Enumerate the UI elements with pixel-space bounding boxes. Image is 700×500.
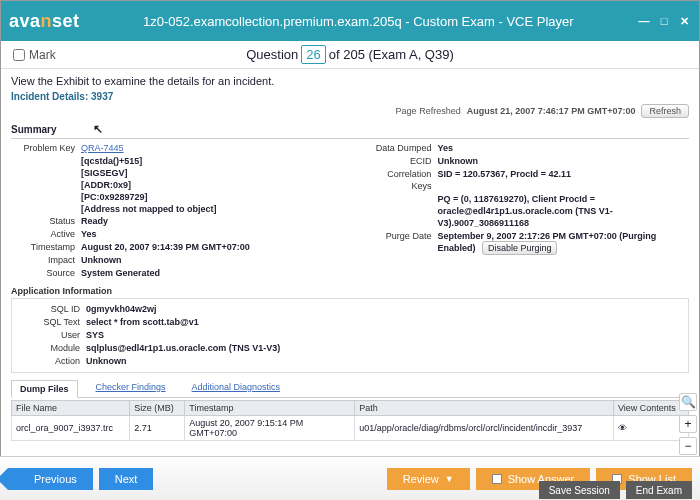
minimize-icon[interactable]: — [637, 14, 651, 28]
cursor-icon: ↖ [93, 122, 103, 136]
review-button[interactable]: Review▼ [387, 468, 470, 490]
col-timestamp[interactable]: Timestamp [185, 401, 355, 416]
cell-size: 2.71 [130, 416, 185, 441]
mark-label: Mark [29, 48, 56, 62]
sql-id-value: 0gmyvkh04w2wj [86, 303, 684, 315]
module-value: sqlplus@edl4r1p1.us.oracle.com (TNS V1-V… [86, 342, 684, 354]
impact-value: Unknown [81, 254, 359, 266]
source-label: Source [11, 267, 81, 279]
problem-key-link[interactable]: QRA-7445 [81, 142, 359, 154]
source-value: System Generated [81, 267, 359, 279]
action-value: Unknown [86, 355, 684, 367]
show-answer-checkbox[interactable] [492, 474, 502, 484]
correlation-keys-value: SID = 120.57367, ProcId = 42.11 [437, 168, 689, 192]
sub-item: [ADDR:0x9] [81, 179, 359, 191]
window-title: 1z0-052.examcollection.premium.exam.205q… [80, 14, 637, 29]
tab-additional-diagnostics[interactable]: Additional Diagnostics [184, 379, 289, 397]
col-view-contents[interactable]: View Contents [614, 401, 689, 416]
action-label: Action [16, 355, 86, 367]
active-value: Yes [81, 228, 359, 240]
cell-timestamp: August 20, 2007 9:15:14 PM GMT+07:00 [185, 416, 355, 441]
cell-view-contents[interactable]: 👁 [614, 416, 689, 441]
disable-purging-button[interactable]: Disable Purging [482, 241, 558, 255]
zoom-in-icon[interactable]: + [679, 415, 697, 433]
instruction-text: View the Exhibit to examine the details … [11, 75, 689, 87]
refresh-timestamp: August 21, 2007 7:46:17 PM GMT+07:00 [467, 106, 636, 116]
tab-dump-files[interactable]: Dump Files [11, 380, 78, 398]
logo: avanset [9, 11, 80, 32]
user-label: User [16, 329, 86, 341]
question-post: of 205 (Exam A, Q39) [329, 47, 454, 62]
tab-checker-findings[interactable]: Checker Findings [88, 379, 174, 397]
cell-file-name: orcl_ora_9007_i3937.trc [12, 416, 130, 441]
sql-text-value: select * from scott.tab@v1 [86, 316, 684, 328]
status-label: Status [11, 215, 81, 227]
sub-item: [Address not mapped to object] [81, 203, 359, 215]
summary-label: Summary [11, 124, 57, 135]
col-path[interactable]: Path [355, 401, 614, 416]
mark-checkbox[interactable] [13, 49, 25, 61]
panel-title: Incident Details: 3937 [11, 91, 689, 102]
sql-id-label: SQL ID [16, 303, 86, 315]
ecid-label: ECID [367, 155, 437, 167]
correlation-keys-label: Correlation Keys [367, 168, 437, 192]
save-session-button[interactable]: Save Session [539, 481, 620, 499]
correlation-keys-value-2: PQ = (0, 1187619270), Client ProcId = or… [437, 193, 689, 229]
chevron-down-icon: ▼ [445, 474, 454, 484]
end-exam-button[interactable]: End Exam [626, 481, 692, 499]
impact-label: Impact [11, 254, 81, 266]
status-value: Ready [81, 215, 359, 227]
next-button[interactable]: Next [99, 468, 154, 490]
col-file-name[interactable]: File Name [12, 401, 130, 416]
logo-pre: ava [9, 11, 41, 32]
data-dumped-value: Yes [437, 142, 689, 154]
active-label: Active [11, 228, 81, 240]
logo-post: set [52, 11, 80, 32]
ecid-value: Unknown [437, 155, 689, 167]
problem-key-label: Problem Key [11, 142, 81, 154]
previous-button[interactable]: Previous [8, 468, 93, 490]
close-icon[interactable]: ✕ [677, 14, 691, 28]
table-row[interactable]: orcl_ora_9007_i3937.trc 2.71 August 20, … [12, 416, 689, 441]
app-info-header: Application Information [11, 286, 689, 296]
data-dumped-label: Data Dumped [367, 142, 437, 154]
sub-item: [PC:0x9289729] [81, 191, 359, 203]
cell-path: u01/app/oracle/diag/rdbms/orcl/orcl/inci… [355, 416, 614, 441]
timestamp-label: Timestamp [11, 241, 81, 253]
question-number: 26 [301, 45, 325, 64]
user-value: SYS [86, 329, 684, 341]
question-pre: Question [246, 47, 298, 62]
zoom-out-icon[interactable]: − [679, 437, 697, 455]
col-size[interactable]: Size (MB) [130, 401, 185, 416]
sub-item: [qcstda()+515] [81, 155, 359, 167]
module-label: Module [16, 342, 86, 354]
review-label: Review [403, 473, 439, 485]
sub-item: [SIGSEGV] [81, 167, 359, 179]
sql-text-label: SQL Text [16, 316, 86, 328]
logo-mid: n [41, 11, 53, 32]
purge-date-label: Purge Date [367, 230, 437, 254]
maximize-icon[interactable]: □ [657, 14, 671, 28]
search-icon[interactable]: 🔍 [679, 393, 697, 411]
timestamp-value: August 20, 2007 9:14:39 PM GMT+07:00 [81, 241, 359, 253]
refresh-label: Page Refreshed [396, 106, 461, 116]
view-icon[interactable]: 👁 [618, 423, 627, 433]
refresh-button[interactable]: Refresh [641, 104, 689, 118]
